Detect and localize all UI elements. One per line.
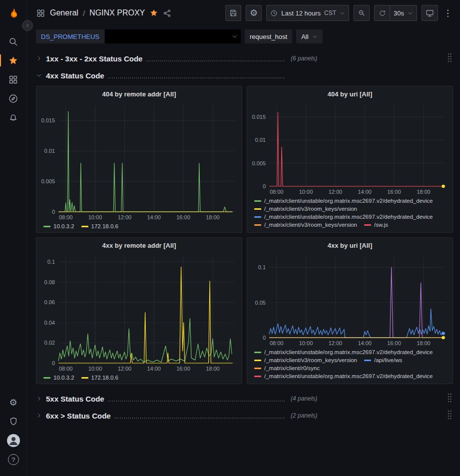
svg-text:0.02: 0.02 — [44, 340, 55, 346]
panel-title[interactable]: 404 by uri [All] — [247, 86, 453, 101]
svg-text:0.06: 0.06 — [44, 299, 55, 305]
row-drag-handle[interactable] — [446, 51, 453, 65]
legend-label: /_matrix/client/r0/sync — [264, 365, 320, 371]
timeseries-chart[interactable]: 00.0050.010.01508:0010:0012:0014:0016:00… — [247, 101, 453, 196]
sidebar-expand-button[interactable] — [22, 20, 33, 31]
breadcrumb-folder[interactable]: General — [50, 8, 78, 17]
row-dotted-leader — [108, 72, 285, 78]
panel-title[interactable]: 4xx by remote addr [All] — [36, 238, 242, 253]
row-title: 4xx Status Code — [46, 71, 104, 80]
svg-text:18:00: 18:00 — [206, 214, 220, 220]
refresh-icon — [379, 9, 386, 17]
svg-text:18:00: 18:00 — [206, 366, 220, 372]
sidebar-item-configuration[interactable]: ⚙ — [0, 393, 27, 412]
help-icon: ? — [8, 454, 19, 465]
chart-canvas: 00.020.040.060.080.108:0010:0012:0014:00… — [36, 253, 242, 373]
refresh-button[interactable] — [374, 5, 390, 21]
svg-text:10:00: 10:00 — [299, 340, 313, 346]
legend-item[interactable]: /_matrix/client/unstable/org.matrix.msc2… — [254, 373, 433, 379]
timeseries-chart[interactable]: 00.020.040.060.080.108:0010:0012:0014:00… — [36, 253, 242, 373]
legend-item[interactable]: /_matrix/client/unstable/org.matrix.msc2… — [254, 198, 433, 204]
time-range-label: Last 12 hours — [281, 9, 321, 17]
kiosk-mode-button[interactable] — [422, 5, 438, 21]
legend-swatch — [364, 224, 371, 226]
legend-label: 10.0.3.2 — [53, 375, 74, 381]
save-icon — [229, 9, 237, 17]
request-host-variable-label[interactable]: request_host — [245, 29, 292, 43]
row-header-6xx[interactable]: 6xx > Status Code (2 panels) — [36, 408, 453, 423]
svg-text:08:00: 08:00 — [59, 366, 73, 372]
panel-title[interactable]: 4xx by uri [All] — [247, 238, 453, 253]
datasource-variable-label[interactable]: DS_PROMETHEUS — [36, 29, 104, 43]
sidebar-item-profile[interactable] — [0, 431, 27, 450]
breadcrumb-separator: / — [83, 9, 85, 17]
svg-text:08:00: 08:00 — [59, 214, 73, 220]
legend-item[interactable]: 10.0.3.2 — [43, 375, 74, 381]
timeseries-chart[interactable]: 00.0050.010.01508:0010:0012:0014:0016:00… — [36, 101, 242, 222]
topbar-actions: ⚙ Last 12 hours CST — [225, 5, 453, 21]
svg-text:0: 0 — [52, 360, 55, 366]
row-drag-handle[interactable] — [446, 392, 453, 406]
legend-item[interactable]: /_matrix/client/unstable/org.matrix.msc2… — [254, 214, 433, 220]
grafana-app: ⚙ ? — [0, 0, 460, 476]
legend-item[interactable]: /api/live/ws — [364, 357, 402, 363]
sidebar-item-search[interactable] — [0, 32, 27, 51]
legend-label: /sw.js — [374, 222, 388, 228]
sidebar-item-alerting[interactable] — [0, 108, 27, 127]
legend-item[interactable]: 10.0.3.2 — [43, 223, 74, 229]
refresh-interval-dropdown[interactable]: 30s — [390, 5, 417, 21]
svg-text:16:00: 16:00 — [387, 189, 401, 195]
question-glyph: ? — [11, 456, 15, 464]
svg-text:12:00: 12:00 — [118, 214, 132, 220]
dashboards-grid-icon — [8, 74, 18, 85]
chart-legend: /_matrix/client/unstable/org.matrix.msc2… — [247, 196, 453, 232]
sidebar-item-dashboards[interactable] — [0, 70, 27, 89]
row-drag-handle[interactable] — [446, 409, 453, 423]
request-host-value-text: All — [301, 33, 308, 40]
request-host-variable-value[interactable]: All — [296, 29, 322, 43]
svg-text:16:00: 16:00 — [387, 340, 401, 346]
legend-item[interactable]: /_matrix/client/v3/room_keys/version — [254, 206, 357, 212]
legend-item[interactable]: /sw.js — [364, 222, 388, 228]
legend-label: /_matrix/client/unstable/org.matrix.msc2… — [264, 198, 433, 204]
dashboard-settings-button[interactable]: ⚙ — [246, 5, 262, 21]
legend-item[interactable]: /_matrix/client/unstable/org.matrix.msc2… — [254, 349, 433, 355]
row-header-1xx-3xx-2xx[interactable]: 1xx - 3xx - 2xx Status Code (6 panels) — [36, 51, 453, 66]
drag-dots-icon — [447, 393, 452, 403]
row-header-5xx[interactable]: 5xx Status Code (4 panels) — [36, 391, 453, 406]
legend-swatch — [254, 368, 261, 369]
share-icon[interactable] — [163, 9, 171, 17]
legend-item[interactable]: /_matrix/client/v3/room_keys/version — [254, 357, 357, 363]
datasource-variable-value[interactable] — [105, 29, 241, 43]
legend-item[interactable]: /_matrix/client/r0/sync — [254, 365, 320, 371]
panel-404-by-remote-addr: 404 by remote addr [All] 00.0050.010.015… — [36, 86, 242, 233]
breadcrumb: General / NGINX PROXY — [36, 8, 171, 18]
row-panel-count: (6 panels) — [291, 55, 317, 62]
row-header-4xx[interactable]: 4xx Status Code — [36, 68, 453, 83]
zoom-out-button[interactable] — [354, 5, 370, 21]
svg-text:12:00: 12:00 — [329, 189, 343, 195]
sidebar-item-server-admin[interactable] — [0, 412, 27, 431]
sidebar-item-help[interactable]: ? — [0, 450, 27, 469]
legend-swatch — [81, 226, 88, 227]
svg-text:0.1: 0.1 — [258, 264, 266, 270]
legend-item[interactable]: /_matrix/client/v3/room_keys/version — [254, 222, 357, 228]
legend-label: /_matrix/client/unstable/org.matrix.msc2… — [264, 214, 433, 220]
sidebar-item-starred[interactable] — [0, 51, 27, 70]
svg-text:0.015: 0.015 — [252, 114, 266, 120]
time-zone-label: CST — [324, 9, 336, 16]
legend-item[interactable]: 172.18.0.6 — [81, 223, 118, 229]
dashboard-title[interactable]: NGINX PROXY — [89, 8, 145, 17]
panel-title[interactable]: 404 by remote addr [All] — [36, 86, 242, 101]
legend-item[interactable]: 172.18.0.6 — [81, 375, 118, 381]
save-dashboard-button[interactable] — [225, 5, 241, 21]
row-title-wrap: 4xx Status Code — [46, 71, 285, 80]
timeseries-chart[interactable]: 00.050.108:0010:0012:0014:0016:0018:00 — [247, 253, 453, 348]
grafana-logo[interactable] — [0, 6, 27, 23]
time-range-picker[interactable]: Last 12 hours CST — [266, 5, 349, 21]
more-options-button[interactable]: ⋮ — [443, 5, 453, 21]
favorite-star-icon[interactable] — [149, 8, 158, 17]
legend-label: 10.0.3.2 — [53, 223, 74, 229]
kebab-icon: ⋮ — [444, 8, 452, 18]
sidebar-item-explore[interactable] — [0, 89, 27, 108]
